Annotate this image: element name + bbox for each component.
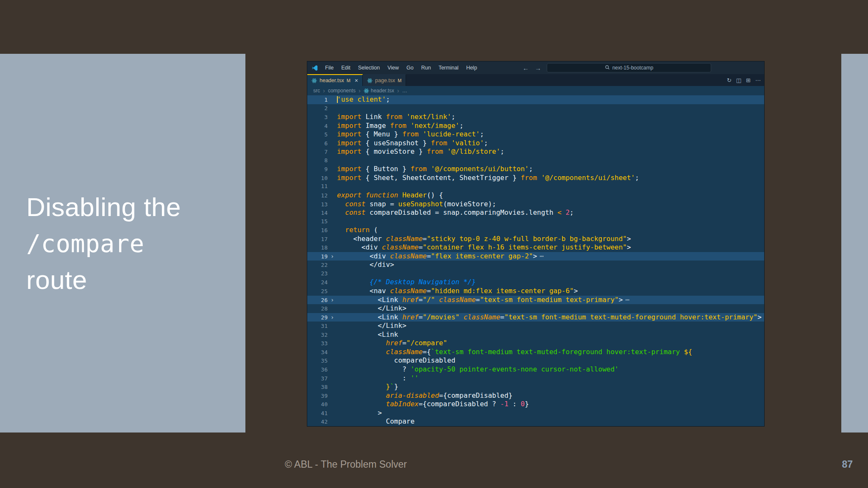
code-text: <Link [337, 330, 398, 339]
code-line[interactable]: 34 className={`text-sm font-medium text-… [307, 348, 764, 357]
tab-label: header.tsx [320, 78, 344, 83]
code-line[interactable]: 35 compareDisabled [307, 356, 764, 365]
menu-run[interactable]: Run [417, 61, 435, 74]
close-icon[interactable]: × [355, 77, 358, 84]
folded-ellipsis[interactable]: ⋯ [540, 252, 544, 261]
tab-bar: header.tsxM×page.tsxM ↻◫⊞⋯ [307, 74, 764, 86]
menu-view[interactable]: View [384, 61, 403, 74]
code-text: {/* Desktop Navigation */} [337, 278, 476, 287]
code-line[interactable]: 6import { useSnapshot } from 'valtio'; [307, 139, 764, 148]
code-line[interactable]: 24 {/* Desktop Navigation */} [307, 278, 764, 287]
menu-edit[interactable]: Edit [337, 61, 354, 74]
more-actions-icon[interactable]: ⋯ [755, 77, 761, 83]
fold-chevron-icon[interactable]: › [328, 252, 337, 261]
code-line[interactable]: 23 [307, 269, 764, 278]
fold-chevron-icon[interactable]: › [328, 313, 337, 322]
chevron-right-icon: › [359, 87, 361, 94]
menu-bar: FileEditSelectionViewGoRunTerminalHelp [321, 61, 481, 74]
refresh-icon[interactable]: ↻ [727, 77, 732, 83]
code-line[interactable]: 2 [307, 104, 764, 113]
code-line[interactable]: 18 <div className="container flex h-16 i… [307, 243, 764, 252]
code-line[interactable]: 26› <Link href="/" className="text-sm fo… [307, 296, 764, 305]
code-line[interactable]: 32 <Link [307, 330, 764, 339]
line-number: 35 [307, 357, 328, 366]
code-line[interactable]: 7import { movieStore } from '@/lib/store… [307, 147, 764, 156]
code-line[interactable]: 41 > [307, 409, 764, 418]
code-text: import { movieStore } from '@/lib/store'… [337, 147, 504, 156]
code-line[interactable]: 31 </Link> [307, 322, 764, 330]
code-line[interactable]: 19› <div className="flex items-center ga… [307, 252, 764, 261]
line-number: 15 [307, 217, 328, 226]
code-text: <nav className="hidden md:flex items-cen… [337, 287, 578, 296]
footer-copyright: © ABL - The Problem Solver [0, 459, 692, 470]
code-line[interactable]: 37 : '' [307, 374, 764, 383]
code-line[interactable]: 15 [307, 217, 764, 226]
line-number: 34 [307, 348, 328, 357]
page-number: 87 [842, 459, 853, 470]
layout-icon[interactable]: ⊞ [746, 77, 751, 83]
code-line[interactable]: 29› <Link href="/movies" className="text… [307, 313, 764, 322]
code-line[interactable]: 25 <nav className="hidden md:flex items-… [307, 287, 764, 296]
title-bar: FileEditSelectionViewGoRunTerminalHelp ←… [307, 61, 764, 74]
fold-chevron-icon[interactable]: › [328, 296, 337, 305]
code-line[interactable]: 9import { Button } from '@/components/ui… [307, 165, 764, 174]
breadcrumb-item[interactable]: header.tsx [364, 88, 394, 94]
code-text: <Link href="/movies" className="text-sm … [337, 313, 762, 322]
line-number: 40 [307, 400, 328, 409]
tab-header.tsx[interactable]: header.tsxM× [307, 74, 363, 86]
breadcrumb-item[interactable]: components [328, 88, 356, 94]
code-line[interactable]: 28 </Link> [307, 304, 764, 313]
code-line[interactable]: 33 href="/compare" [307, 339, 764, 348]
code-line[interactable]: 12export function Header() { [307, 191, 764, 200]
code-line[interactable]: 36 ? 'opacity-50 pointer-events-none cur… [307, 365, 764, 374]
search-box[interactable]: next-15-bootcamp [547, 63, 711, 72]
code-text: ? 'opacity-50 pointer-events-none cursor… [337, 365, 619, 374]
breadcrumb-item[interactable]: src [313, 88, 320, 94]
code-text: const compareDisabled = snap.comparingMo… [337, 208, 574, 217]
code-line[interactable]: 5import { Menu } from 'lucide-react'; [307, 130, 764, 139]
code-line[interactable]: 3import Link from 'next/link'; [307, 113, 764, 122]
split-editor-icon[interactable]: ◫ [736, 77, 741, 83]
search-value: next-15-bootcamp [612, 65, 654, 71]
code-line[interactable]: 13 const snap = useSnapshot(movieStore); [307, 200, 764, 209]
code-text: export function Header() { [337, 191, 443, 200]
code-line[interactable]: 4import Image from 'next/image'; [307, 122, 764, 130]
code-line[interactable]: 1'use client'; [307, 95, 764, 104]
code-text: </Link> [337, 304, 406, 313]
line-number: 8 [307, 156, 328, 165]
code-line[interactable]: 38 }`} [307, 383, 764, 391]
breadcrumb-item[interactable]: … [402, 88, 407, 94]
code-line[interactable]: 16 return ( [307, 226, 764, 235]
menu-selection[interactable]: Selection [354, 61, 384, 74]
code-line[interactable]: 11 [307, 182, 764, 191]
forward-arrow-icon[interactable]: → [535, 64, 541, 72]
code-line[interactable]: 10import { Sheet, SheetContent, SheetTri… [307, 174, 764, 183]
menu-terminal[interactable]: Terminal [435, 61, 462, 74]
menu-help[interactable]: Help [462, 61, 481, 74]
line-number: 13 [307, 200, 328, 209]
code-text: import Link from 'next/link'; [337, 113, 455, 122]
vscode-logo-icon [312, 65, 318, 71]
code-area: 1'use client';23import Link from 'next/l… [307, 95, 764, 426]
code-line[interactable]: 17 <header className="sticky top-0 z-40 … [307, 235, 764, 244]
code-line[interactable]: 8 [307, 156, 764, 165]
title-line-3: route [26, 265, 87, 294]
code-text: tabIndex={compareDisabled ? -1 : 0} [337, 400, 529, 409]
folded-ellipsis[interactable]: ⋯ [625, 296, 629, 305]
back-arrow-icon[interactable]: ← [523, 64, 529, 72]
line-number: 39 [307, 392, 328, 401]
code-text: Compare [337, 417, 415, 426]
code-line[interactable]: 40 tabIndex={compareDisabled ? -1 : 0} [307, 400, 764, 409]
code-text: import Image from 'next/image'; [337, 122, 464, 130]
code-line[interactable]: 14 const compareDisabled = snap.comparin… [307, 208, 764, 217]
code-line[interactable]: 42 Compare [307, 417, 764, 426]
menu-go[interactable]: Go [403, 61, 417, 74]
code-line[interactable]: 39 aria-disabled={compareDisabled} [307, 391, 764, 400]
tab-page.tsx[interactable]: page.tsxM [363, 74, 406, 86]
menu-file[interactable]: File [321, 61, 337, 74]
code-line[interactable]: 22 </div> [307, 261, 764, 269]
code-text: import { Sheet, SheetContent, SheetTrigg… [337, 174, 639, 183]
code-text: <Link href="/" className="text-sm font-m… [337, 296, 623, 305]
code-text: }`} [337, 383, 398, 391]
line-number: 14 [307, 209, 328, 218]
